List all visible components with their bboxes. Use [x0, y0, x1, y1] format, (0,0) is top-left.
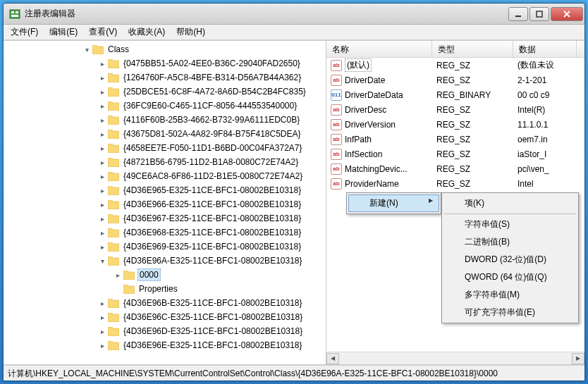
list-row[interactable]: abInfSectionREG_SZiaStor_I	[326, 147, 584, 161]
tree-row[interactable]: ▸0000	[5, 268, 326, 282]
menu-favorites[interactable]: 收藏夹(A)	[124, 25, 169, 39]
tree-row[interactable]: ▸{25DBCE51-6C8F-4A72-8A6D-B54C2B4FC835}	[5, 85, 326, 99]
tree-label[interactable]: {4D36E967-E325-11CE-BFC1-08002BE10318}	[122, 213, 302, 224]
menu-view[interactable]: 查看(V)	[85, 25, 121, 39]
expand-icon[interactable]: ▸	[97, 171, 108, 182]
scroll-left-button[interactable]: ◀	[326, 353, 339, 364]
tree-label[interactable]: 0000	[137, 268, 161, 281]
tree-label[interactable]: {4658EE7E-F050-11D1-B6BD-00C04FA372A7}	[122, 142, 304, 154]
expand-icon[interactable]: ▸	[97, 213, 108, 224]
tree-label[interactable]: {4D36E96B-E325-11CE-BFC1-08002BE10318}	[122, 297, 304, 309]
tree-label[interactable]: {1264760F-A5C8-4BFE-B314-D56A7B44A362}	[122, 72, 302, 83]
expand-icon[interactable]: ▸	[97, 185, 108, 196]
expand-icon[interactable]: ▸	[97, 86, 108, 97]
tree-label[interactable]: {25DBCE51-6C8F-4A72-8A6D-B54C2B4FC835}	[122, 86, 307, 97]
tree-label[interactable]: {4D36E96D-E325-11CE-BFC1-08002BE10318}	[122, 326, 304, 337]
scroll-right-button[interactable]: ▶	[572, 353, 584, 364]
expand-icon[interactable]: ▸	[97, 58, 108, 69]
list-row[interactable]: abDriverDateREG_SZ2-1-201	[326, 73, 584, 87]
tree-row[interactable]: ▸{4116F60B-25B3-4662-B732-99A6111EDC0B}	[5, 113, 326, 127]
ctx-new-binary[interactable]: 二进制值(B)	[443, 233, 577, 251]
tree-row[interactable]: ▸{4658EE7E-F050-11D1-B6BD-00C04FA372A7}	[5, 141, 326, 155]
list-row[interactable]: abDriverDescREG_SZIntel(R)	[326, 102, 584, 117]
titlebar[interactable]: 注册表编辑器	[4, 4, 584, 25]
expand-icon[interactable]: ▸	[97, 199, 108, 210]
tree-row[interactable]: ▸{49CE6AC8-6F86-11D2-B1E5-0080C72E74A2}	[5, 169, 326, 183]
tree-row[interactable]: Properties	[5, 282, 326, 296]
tree-label[interactable]: {4D36E966-E325-11CE-BFC1-08002BE10318}	[122, 199, 302, 210]
ctx-new[interactable]: 新建(N)	[348, 194, 439, 212]
horizontal-scrollbar[interactable]: ◀ ▶	[326, 352, 584, 364]
tree-row[interactable]: ▸{4D36E965-E325-11CE-BFC1-08002BE10318}	[5, 183, 326, 197]
tree-label[interactable]: {4D36E96C-E325-11CE-BFC1-08002BE10318}	[122, 311, 304, 323]
expand-icon[interactable]: ▸	[97, 128, 108, 140]
tree-label[interactable]: {0475BB51-5A02-4EE0-B36C-29040FAD2650}	[122, 58, 302, 69]
tree-row[interactable]: ▾Class	[5, 42, 326, 56]
tree-row[interactable]: ▸{43675D81-502A-4A82-9F84-B75F418C5DEA}	[5, 127, 326, 141]
menu-file[interactable]: 文件(F)	[6, 25, 42, 39]
tree-row[interactable]: ▸{4D36E966-E325-11CE-BFC1-08002BE10318}	[5, 197, 326, 211]
expand-icon[interactable]: ▸	[97, 227, 108, 238]
list-row[interactable]: ab(默认)REG_SZ(数值未设	[326, 58, 584, 73]
tree-row[interactable]: ▸{4D36E96D-E325-11CE-BFC1-08002BE10318}	[5, 324, 326, 338]
tree-row[interactable]: ▸{4D36E96E-E325-11CE-BFC1-08002BE10318}	[5, 338, 326, 352]
tree-label[interactable]: {4D36E969-E325-11CE-BFC1-08002BE10318}	[122, 241, 302, 252]
header-name[interactable]: 名称	[326, 41, 432, 57]
list-row[interactable]: 011DriverDateDataREG_BINARY00 c0 c9	[326, 87, 584, 102]
tree-label[interactable]: {36FC9E60-C465-11CF-8056-444553540000}	[122, 100, 298, 111]
expand-icon[interactable]: ▸	[97, 156, 108, 168]
tree-row[interactable]: ▸{4D36E967-E325-11CE-BFC1-08002BE10318}	[5, 211, 326, 225]
expand-icon[interactable]: ▸	[97, 311, 108, 323]
expand-icon[interactable]: ▸	[97, 100, 108, 111]
close-button[interactable]	[551, 7, 583, 21]
tree-row[interactable]: ▸{4D36E969-E325-11CE-BFC1-08002BE10318}	[5, 240, 326, 254]
list-row[interactable]: abProviderNameREG_SZIntel	[326, 176, 584, 191]
ctx-new-multistring[interactable]: 多字符串值(M)	[443, 286, 577, 304]
maximize-button[interactable]	[529, 7, 549, 21]
ctx-new-dword[interactable]: DWORD (32-位)值(D)	[443, 251, 577, 268]
expand-icon[interactable]: ▸	[97, 326, 108, 337]
ctx-new-expandstring[interactable]: 可扩充字符串值(E)	[443, 304, 577, 321]
tree-label[interactable]: {4116F60B-25B3-4662-B732-99A6111EDC0B}	[122, 114, 301, 125]
header-type[interactable]: 类型	[432, 41, 513, 57]
tree-label[interactable]: {4D36E968-E325-11CE-BFC1-08002BE10318}	[122, 227, 302, 238]
tree-label[interactable]: {49CE6AC8-6F86-11D2-B1E5-0080C72E74A2}	[122, 171, 304, 182]
tree-label[interactable]: Properties	[137, 283, 179, 295]
expand-icon[interactable]: ▸	[97, 297, 108, 309]
tree-row[interactable]: ▸{4D36E968-E325-11CE-BFC1-08002BE10318}	[5, 225, 326, 240]
tree-row[interactable]: ▸{4D36E96C-E325-11CE-BFC1-08002BE10318}	[5, 310, 326, 324]
list-panel[interactable]: 名称 类型 数据 ab(默认)REG_SZ(数值未设abDriverDateRE…	[326, 41, 584, 364]
tree-label[interactable]: {43675D81-502A-4A82-9F84-B75F418C5DEA}	[122, 128, 302, 140]
expand-icon[interactable]: ▸	[97, 340, 108, 351]
tree-label[interactable]: {4D36E965-E325-11CE-BFC1-08002BE10318}	[122, 185, 302, 196]
tree-row[interactable]: ▸{0475BB51-5A02-4EE0-B36C-29040FAD2650}	[5, 56, 326, 70]
list-row[interactable]: abDriverVersionREG_SZ11.1.0.1	[326, 117, 584, 132]
list-row[interactable]: abInfPathREG_SZoem7.in	[326, 132, 584, 147]
tree-label[interactable]: {4D36E96A-E325-11CE-BFC1-08002BE10318}	[122, 255, 304, 266]
header-data[interactable]: 数据	[513, 41, 577, 57]
expand-icon[interactable]: ▸	[97, 114, 108, 125]
collapse-icon[interactable]: ▾	[81, 44, 92, 55]
tree-row[interactable]: ▸{48721B56-6795-11D2-B1A8-0080C72E74A2}	[5, 155, 326, 169]
tree-row[interactable]: ▸{4D36E96B-E325-11CE-BFC1-08002BE10318}	[5, 296, 326, 310]
tree-label[interactable]: Class	[106, 44, 130, 55]
expand-icon[interactable]: ▸	[97, 72, 108, 83]
minimize-button[interactable]	[508, 7, 528, 21]
tree-row[interactable]: ▾{4D36E96A-E325-11CE-BFC1-08002BE10318}	[5, 254, 326, 268]
ctx-new-key[interactable]: 项(K)	[443, 194, 577, 212]
menu-edit[interactable]: 编辑(E)	[45, 25, 82, 39]
collapse-icon[interactable]: ▾	[97, 255, 108, 266]
tree-row[interactable]: ▸{36FC9E60-C465-11CF-8056-444553540000}	[5, 99, 326, 113]
value-name-cell: abProviderName	[326, 177, 432, 191]
expand-icon[interactable]: ▸	[97, 241, 108, 252]
tree-panel[interactable]: ▾Class▸{0475BB51-5A02-4EE0-B36C-29040FAD…	[4, 41, 326, 364]
tree-label[interactable]: {48721B56-6795-11D2-B1A8-0080C72E74A2}	[122, 156, 300, 168]
ctx-new-string[interactable]: 字符串值(S)	[443, 216, 577, 233]
tree-label[interactable]: {4D36E96E-E325-11CE-BFC1-08002BE10318}	[122, 340, 304, 351]
expand-icon[interactable]: ▸	[112, 269, 123, 280]
list-row[interactable]: abMatchingDevic...REG_SZpci\ven_	[326, 161, 584, 176]
menu-help[interactable]: 帮助(H)	[172, 25, 209, 39]
ctx-new-qword[interactable]: QWORD (64 位)值(Q)	[443, 268, 577, 286]
tree-row[interactable]: ▸{1264760F-A5C8-4BFE-B314-D56A7B44A362}	[5, 70, 326, 85]
expand-icon[interactable]: ▸	[97, 142, 108, 154]
